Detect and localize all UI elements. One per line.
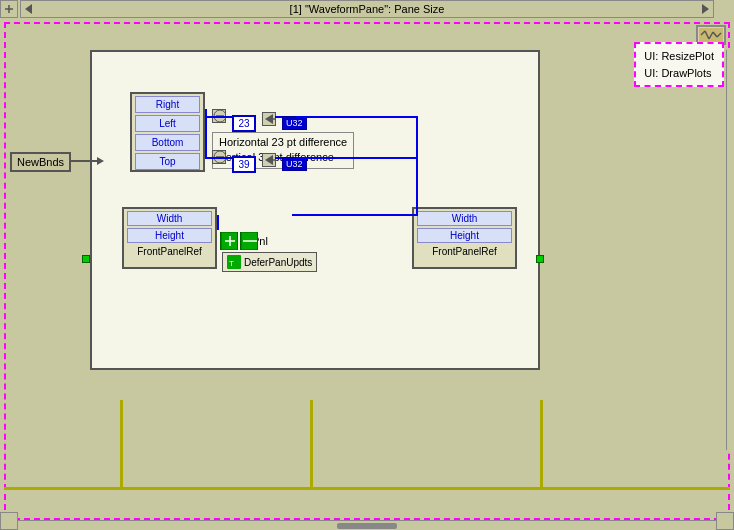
dark-wire-v2: [205, 150, 207, 159]
svg-marker-10: [265, 114, 273, 124]
node-box-right: [240, 232, 258, 250]
corner-top-left: [0, 0, 18, 18]
top-item: Top: [135, 153, 200, 170]
right-item: Right: [135, 96, 200, 113]
yellow-wire-v2: [310, 400, 313, 490]
bottom-left-cluster: Width Height FrontPanelRef: [122, 207, 217, 269]
blue-wire-2: [205, 157, 232, 159]
num-box-23[interactable]: 23: [232, 115, 256, 132]
scroll-bar-right[interactable]: [726, 50, 734, 450]
convert-arrow-bottom: [262, 153, 276, 167]
green-dot-right: [536, 255, 544, 263]
blue-wire-4: [275, 157, 282, 159]
green-dot-left: [82, 255, 90, 263]
newbnds-label: NewBnds: [10, 152, 71, 172]
svg-text:T: T: [229, 259, 234, 268]
blue-wire-6: [296, 157, 416, 159]
yellow-wire-v3: [540, 400, 543, 490]
width-right-item: Width: [417, 211, 512, 226]
height-right-item: Height: [417, 228, 512, 243]
blue-wire-1: [205, 116, 232, 118]
corner-bottom-left: [0, 512, 18, 530]
svg-marker-12: [265, 155, 273, 165]
frontpanelref-left-item: FrontPanelRef: [124, 245, 215, 258]
corner-bottom-right: [716, 512, 734, 530]
ui-info-box: UI: ResizePlot UI: DrawPlots: [634, 42, 724, 87]
blue-wire-3: [275, 116, 282, 118]
ui-draw-label: UI: DrawPlots: [644, 65, 714, 82]
title-bar: [1] "WaveformPane": Pane Size: [20, 0, 714, 18]
blue-wire-v1: [416, 116, 418, 216]
title-text: [1] "WaveformPane": Pane Size: [290, 3, 445, 15]
defer-label: DeferPanUpdts: [244, 257, 312, 268]
scroll-thumb: [337, 523, 397, 529]
newbnds-wire-arrow: [97, 157, 104, 165]
convert-arrow-top: [262, 112, 276, 126]
yellow-wire-v1: [120, 400, 123, 490]
wire-cluster-connect: [217, 215, 219, 230]
scroll-bar-bottom[interactable]: [0, 520, 734, 530]
title-arrow-left-icon: [25, 4, 32, 14]
input-cluster-block: Right Left Bottom Top: [130, 92, 205, 172]
horizontal-diff-text: Horizontal 23 pt difference: [219, 135, 347, 150]
u32-box-top: U32: [282, 116, 307, 130]
node-box-left: [220, 232, 238, 250]
blue-wire-5: [296, 116, 416, 118]
bottom-right-cluster: Width Height FrontPanelRef: [412, 207, 517, 269]
newbnds-wire: [70, 160, 100, 162]
diagram-area: Horizontal 23 pt difference Vertical 39 …: [90, 50, 540, 370]
num-box-39[interactable]: 39: [232, 156, 256, 173]
width-left-item: Width: [127, 211, 212, 226]
frontpanelref-right-item: FrontPanelRef: [414, 245, 515, 258]
title-arrow-right-icon: [702, 4, 709, 14]
canvas: [1] "WaveformPane": Pane Size UI: Resize…: [0, 0, 734, 530]
yellow-wire-bottom: [4, 487, 730, 490]
ui-resize-label: UI: ResizePlot: [644, 48, 714, 65]
height-left-item: Height: [127, 228, 212, 243]
blue-wire-7: [292, 214, 418, 216]
defer-pan-updates-box: T DeferPanUpdts: [222, 252, 317, 272]
left-item: Left: [135, 115, 200, 132]
bottom-item: Bottom: [135, 134, 200, 151]
u32-box-bottom: U32: [282, 157, 307, 171]
